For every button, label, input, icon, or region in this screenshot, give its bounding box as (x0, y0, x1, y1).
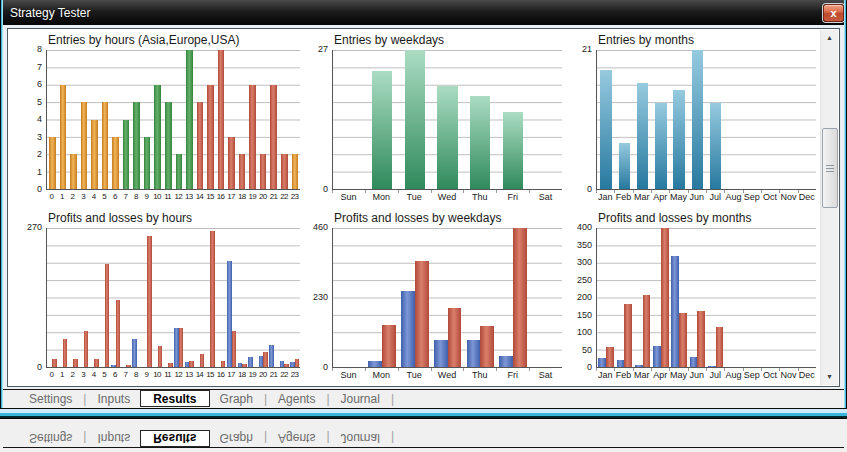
bar-slot (279, 228, 290, 367)
x-tick-label: Wed (431, 369, 464, 381)
x-tick-label: 19 (247, 369, 258, 381)
tab-inputs[interactable]: Inputs (87, 392, 140, 406)
profit-bar (434, 340, 448, 367)
loss-bar (179, 328, 183, 367)
bar (154, 85, 161, 189)
y-tick-label: 21 (582, 44, 592, 54)
close-icon: x (830, 7, 836, 19)
scrollbar-thumb[interactable] (822, 128, 838, 208)
x-tick-label: 18 (236, 369, 247, 381)
loss-bar (263, 352, 267, 367)
profit-bar (708, 366, 716, 367)
reflected-tab-settings: Settings (19, 431, 82, 445)
bar-slot (247, 50, 258, 189)
tab-graph[interactable]: Graph (210, 392, 263, 406)
bar-slot (761, 228, 779, 367)
bar-slot (268, 50, 279, 189)
bar-slot (174, 50, 185, 189)
profit-bar (690, 357, 698, 367)
bar-slot (634, 50, 652, 189)
loss-bar (73, 359, 77, 367)
tab-agents[interactable]: Agents (268, 392, 325, 406)
bar (239, 154, 246, 189)
chart-title: Entries by months (598, 33, 694, 48)
bar (281, 154, 288, 189)
chart-title: Profits and losses by hours (48, 211, 192, 226)
plot-area (332, 228, 562, 368)
bar-slot (100, 50, 111, 189)
x-tick-label: 0 (46, 191, 57, 203)
x-tick-label: 4 (88, 191, 99, 203)
x-tick-label: 10 (152, 191, 163, 203)
y-axis: 0270 (18, 228, 46, 368)
loss-bar (232, 331, 236, 367)
loss-bar (168, 363, 172, 367)
tab-settings[interactable]: Settings (19, 392, 82, 406)
bar-slot (279, 50, 290, 189)
bar (637, 83, 648, 189)
x-tick-label: 3 (78, 369, 89, 381)
bar-slot (258, 50, 269, 189)
x-tick-label: Wed (431, 191, 464, 203)
bar-slot (184, 50, 195, 189)
bar-slot (247, 228, 258, 367)
x-tick-label: 17 (226, 369, 237, 381)
bar-slot (780, 228, 798, 367)
bar (600, 70, 611, 189)
bar (228, 137, 235, 189)
bar-slot (707, 228, 725, 367)
bar-slot (597, 50, 615, 189)
close-button[interactable]: x (823, 4, 844, 22)
tab-results[interactable]: Results (140, 390, 209, 407)
x-tick-label: Tue (398, 369, 431, 381)
loss-bar (116, 300, 120, 367)
bar-slot (226, 228, 237, 367)
reflected-tab-bar: Settings|InputsResultsGraph|Agents|Journ… (3, 429, 844, 448)
profit-bar (598, 358, 606, 367)
bar-slot (79, 50, 90, 189)
bar-slot (688, 50, 706, 189)
loss-bar (679, 313, 687, 367)
bar-slot (652, 50, 670, 189)
x-tick-label: Fri (496, 191, 529, 203)
bar-slot (290, 228, 301, 367)
y-tick-label: 0 (587, 362, 592, 372)
x-axis: SunMonTueWedThuFriSat (332, 191, 562, 203)
plot-area (46, 228, 300, 368)
loss-bar (84, 331, 88, 367)
loss-bar (94, 359, 98, 367)
bar (186, 50, 193, 189)
y-tick-label: 300 (577, 257, 592, 267)
y-tick-label: 200 (577, 292, 592, 302)
y-tick-label: 7 (37, 62, 42, 72)
chart-entries-by-weekdays: Entries by weekdays027SunMonTueWedThuFri… (304, 33, 564, 203)
x-tick-label: Mar (633, 191, 651, 203)
tab-journal[interactable]: Journal (331, 392, 390, 406)
x-tick-label: 0 (46, 369, 57, 381)
plot-area (332, 50, 562, 190)
x-tick-label: 20 (258, 369, 269, 381)
vertical-scrollbar[interactable]: ▲ ▼ (820, 30, 838, 385)
x-tick-label: Nov (779, 191, 797, 203)
loss-bar (661, 228, 669, 367)
profit-bar (467, 340, 481, 367)
x-tick-label: Jan (596, 191, 614, 203)
x-tick-label: Jan (596, 369, 614, 381)
profit-bar (671, 256, 679, 367)
scroll-down-button[interactable]: ▼ (821, 369, 838, 385)
thumb-grip-icon (826, 165, 834, 172)
x-tick-label: 7 (120, 369, 131, 381)
bar (673, 90, 684, 189)
x-tick-label: Nov (779, 369, 797, 381)
y-tick-label: 230 (313, 292, 328, 302)
bar (218, 50, 225, 189)
x-tick-label: Jun (688, 369, 706, 381)
scroll-up-button[interactable]: ▲ (821, 30, 838, 46)
bar-slot (529, 228, 562, 367)
y-tick-label: 270 (27, 222, 42, 232)
loss-bar (480, 326, 494, 367)
x-tick-label: Sep (743, 191, 761, 203)
y-tick-label: 4 (37, 114, 42, 124)
strategy-tester-window: Strategy Tester x Entries by hours (Asia… (0, 0, 847, 419)
bar-slot (68, 50, 79, 189)
